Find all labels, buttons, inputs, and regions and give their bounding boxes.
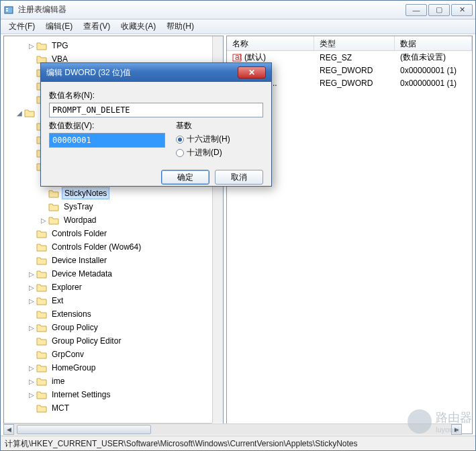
tree-item[interactable]: Extensions	[5, 307, 222, 321]
expander-icon[interactable]: ▷	[39, 217, 48, 224]
folder-icon	[36, 403, 47, 413]
expander-icon[interactable]: ▷	[27, 284, 36, 291]
col-type[interactable]: 类型	[314, 36, 395, 50]
expander-icon[interactable]: ▷	[27, 297, 36, 305]
tree-item-label: Controls Folder	[50, 228, 109, 239]
folder-icon	[36, 350, 47, 359]
col-data[interactable]: 数据	[395, 36, 472, 50]
tree-item-label: Device Installer	[50, 255, 109, 266]
base-label: 基数	[176, 120, 263, 132]
tree-item[interactable]: ▷Internet Settings	[5, 388, 222, 401]
tree-item[interactable]: Device Installer	[5, 254, 222, 267]
svg-rect-0	[5, 7, 13, 13]
folder-icon	[36, 336, 47, 346]
dialog-close-button[interactable]: ✕	[238, 66, 266, 79]
tree-item[interactable]: ▷Group Policy	[5, 321, 222, 334]
expander-icon[interactable]: ▷	[27, 378, 36, 385]
tree-item-label: Group Policy Editor	[50, 336, 123, 346]
dialog-titlebar[interactable]: 编辑 DWORD (32 位)值 ✕	[41, 63, 271, 82]
svg-text:ab: ab	[235, 53, 242, 62]
folder-icon	[36, 390, 47, 399]
value-name: (默认)	[244, 52, 266, 63]
folder-icon	[36, 283, 47, 292]
folder-icon	[36, 363, 47, 372]
value-type: REG_SZ	[314, 53, 395, 62]
watermark: 路由器 luyouqi	[408, 409, 472, 434]
tree-item[interactable]: Controls Folder	[5, 227, 222, 240]
value-name-input[interactable]	[49, 103, 263, 117]
value-data: (数值未设置)	[395, 52, 472, 63]
string-value-icon: ab	[232, 53, 242, 62]
menubar: 文件(F) 编辑(E) 查看(V) 收藏夹(A) 帮助(H)	[1, 19, 475, 34]
menu-help[interactable]: 帮助(H)	[161, 19, 199, 34]
folder-icon	[36, 309, 47, 319]
expander-icon[interactable]: ▷	[27, 324, 36, 332]
ok-button[interactable]: 确定	[161, 170, 209, 185]
list-hscroll[interactable]: ◀ ▶	[3, 423, 462, 434]
dialog-title: 编辑 DWORD (32 位)值	[46, 67, 238, 79]
value-name-label: 数值名称(N):	[49, 90, 263, 101]
tree-item-label: Extensions	[50, 309, 93, 319]
col-name[interactable]: 名称	[227, 36, 314, 50]
maximize-button[interactable]: ▢	[428, 4, 450, 16]
value-type: REG_DWORD	[314, 79, 395, 88]
folder-icon	[36, 323, 47, 332]
tree-item[interactable]: ▷TPG	[5, 39, 222, 52]
menu-favorites[interactable]: 收藏夹(A)	[115, 19, 161, 34]
value-data: 0x00000001 (1)	[395, 66, 472, 75]
radio-hex[interactable]: 十六进制(H)	[176, 134, 263, 145]
tree-item[interactable]: GrpConv	[5, 348, 222, 361]
tree-item-label: Controls Folder (Wow64)	[50, 242, 143, 252]
tree-item-label: Ext	[50, 295, 65, 306]
expander-icon[interactable]: ▷	[27, 364, 36, 372]
tree-item[interactable]: ▷Device Metadata	[5, 267, 222, 281]
tree-item-label: Explorer	[50, 282, 84, 293]
tree-item[interactable]: ▷Wordpad	[5, 213, 222, 227]
radio-hex-label: 十六进制(H)	[187, 134, 230, 145]
menu-edit[interactable]: 编辑(E)	[40, 19, 78, 34]
tree-item[interactable]: Controls Folder (Wow64)	[5, 240, 222, 254]
folder-icon	[36, 269, 47, 279]
expander-icon[interactable]: ▷	[27, 270, 36, 278]
tree-item[interactable]: MCT	[5, 401, 222, 415]
expander-icon[interactable]: ▷	[27, 42, 36, 50]
tree-item[interactable]: ▷ime	[5, 374, 222, 388]
app-icon	[3, 5, 14, 15]
titlebar[interactable]: 注册表编辑器 — ▢ ✕	[1, 1, 475, 19]
value-data: 0x00000001 (1)	[395, 79, 472, 88]
tree-item-label: GrpConv	[50, 349, 86, 360]
tree-item[interactable]: SysTray	[5, 200, 222, 213]
folder-icon	[36, 377, 47, 386]
tree-item[interactable]: Group Policy Editor	[5, 334, 222, 348]
folder-icon	[48, 215, 59, 225]
tree-item-label: SysTray	[62, 201, 95, 212]
scroll-left-icon[interactable]: ◀	[3, 424, 14, 435]
tree-item[interactable]: ▷Ext	[5, 294, 222, 307]
expander-icon[interactable]: ◢	[15, 109, 24, 117]
svg-rect-2	[6, 10, 8, 11]
watermark-sub: luyouqi	[436, 425, 472, 434]
window-title: 注册表编辑器	[18, 4, 404, 15]
tree-item-label: MCT	[50, 403, 71, 413]
close-button[interactable]: ✕	[451, 4, 473, 16]
svg-rect-1	[6, 8, 8, 9]
tree-item[interactable]: ▷HomeGroup	[5, 361, 222, 374]
radio-dec-label: 十进制(D)	[187, 147, 222, 158]
value-data-input[interactable]	[49, 133, 165, 148]
cancel-button[interactable]: 取消	[215, 170, 263, 185]
tree-item-label: ime	[50, 376, 66, 387]
radio-dec[interactable]: 十进制(D)	[176, 147, 263, 158]
folder-icon	[36, 256, 47, 265]
list-header[interactable]: 名称 类型 数据	[227, 36, 472, 51]
expander-icon[interactable]: ▷	[27, 391, 36, 399]
tree-item-label: Wordpad	[62, 215, 98, 225]
folder-icon	[48, 202, 59, 211]
folder-icon	[36, 242, 47, 252]
tree-item[interactable]: ▷Explorer	[5, 281, 222, 294]
folder-icon	[24, 108, 35, 117]
menu-file[interactable]: 文件(F)	[3, 19, 40, 34]
minimize-button[interactable]: —	[406, 4, 427, 16]
edit-dword-dialog: 编辑 DWORD (32 位)值 ✕ 数值名称(N): 数值数据(V): 基数 …	[40, 62, 272, 187]
watermark-icon	[408, 409, 432, 434]
menu-view[interactable]: 查看(V)	[78, 19, 115, 34]
